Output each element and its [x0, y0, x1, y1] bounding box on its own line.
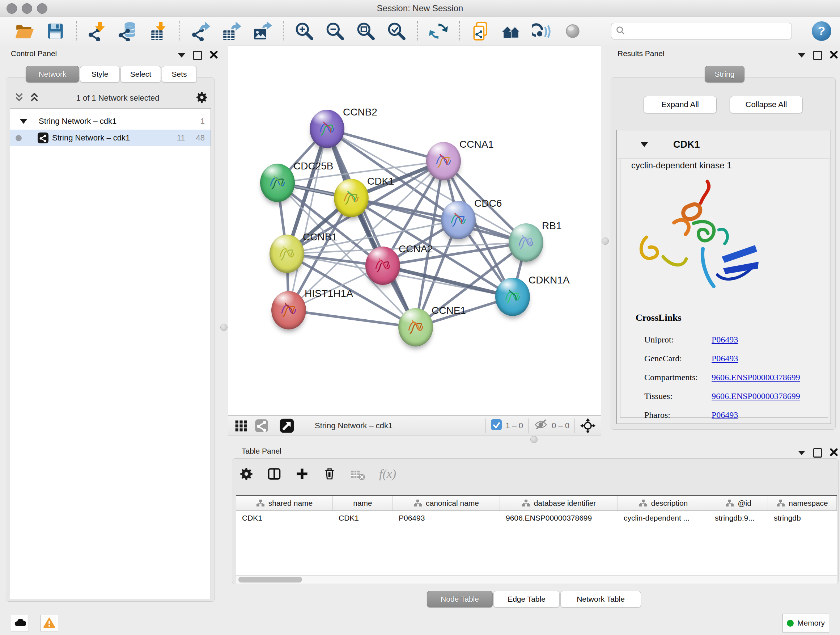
network-node-CDKN1A[interactable] — [495, 278, 530, 316]
expand-all-button[interactable]: Expand All — [644, 96, 717, 113]
table-cell[interactable]: CDK1 — [236, 511, 333, 525]
table-cell[interactable]: CDK1 — [333, 511, 393, 525]
scrollbar-thumb[interactable] — [238, 577, 302, 583]
tab-style[interactable]: Style — [80, 66, 120, 82]
warnings-button[interactable] — [40, 615, 58, 631]
hidden-elements-eye-icon[interactable] — [534, 418, 548, 433]
float-panel-icon[interactable] — [813, 51, 822, 60]
refresh-button[interactable] — [428, 21, 448, 41]
memory-button[interactable]: Memory — [783, 614, 829, 632]
tab-node-table[interactable]: Node Table — [427, 591, 493, 608]
export-table-button[interactable] — [221, 21, 242, 41]
crosslink-link[interactable]: 9606.ENSP00000378699 — [712, 372, 800, 382]
save-button[interactable] — [45, 21, 65, 41]
crosslink-link[interactable]: 9606.ENSP00000378699 — [712, 391, 800, 401]
float-panel-icon[interactable] — [813, 448, 822, 458]
show-columns-icon[interactable] — [267, 467, 281, 481]
table-cell[interactable]: 9606.ENSP00000378699 — [500, 511, 618, 525]
protein-card-header[interactable]: CDK1 — [617, 130, 831, 159]
crosslink-link[interactable]: P06493 — [712, 410, 738, 420]
network-node-CCNA1[interactable] — [426, 142, 461, 180]
zoom-in-button[interactable] — [294, 21, 314, 41]
network-node-RB1[interactable] — [508, 223, 543, 262]
collection-expand-caret-icon[interactable] — [20, 119, 27, 124]
clone-network-button[interactable] — [470, 21, 491, 41]
network-node-CDK1[interactable] — [334, 179, 369, 217]
close-panel-icon[interactable] — [830, 51, 838, 60]
grid-view-icon[interactable] — [234, 418, 248, 433]
add-column-icon[interactable] — [295, 467, 309, 481]
column-header-name[interactable]: name — [333, 496, 393, 510]
pan-crosshair-icon[interactable] — [580, 418, 596, 434]
network-row[interactable]: String Network – cdk1 11 48 — [10, 130, 210, 146]
protein-collapse-caret-icon[interactable] — [641, 142, 648, 147]
network-node-CDC25B[interactable] — [260, 164, 295, 202]
tab-network-table[interactable]: Network Table — [561, 591, 641, 608]
network-canvas[interactable]: CCNB2CCNA1CDC25BCDK1CDC6RB1CCNB1CCNA2CDK… — [228, 46, 601, 416]
network-badge-icon[interactable] — [254, 418, 269, 433]
table-cell[interactable]: stringdb — [768, 511, 837, 525]
expand-all-networks-icon[interactable] — [14, 92, 25, 105]
tab-string[interactable]: String — [705, 66, 745, 82]
export-image-button[interactable] — [252, 21, 272, 41]
help-icon[interactable]: ? — [812, 21, 831, 41]
right-splitter-grip[interactable] — [602, 238, 609, 245]
network-node-CCNB1[interactable] — [270, 234, 304, 273]
zoom-fit-button[interactable] — [355, 21, 376, 41]
zoom-out-button[interactable] — [325, 21, 345, 41]
edge-CCNB2-CCNA1[interactable] — [327, 129, 444, 161]
panel-menu-caret-icon[interactable] — [798, 53, 805, 57]
tab-sets[interactable]: Sets — [162, 66, 197, 82]
table-cell[interactable]: P06493 — [393, 511, 500, 525]
birdseye-view-icon[interactable] — [279, 418, 294, 433]
panel-menu-caret-icon[interactable] — [178, 53, 185, 57]
close-panel-icon[interactable] — [830, 448, 838, 458]
string-vision-button[interactable] — [532, 21, 552, 41]
import-network-button[interactable] — [87, 21, 107, 41]
import-table-button[interactable] — [149, 21, 169, 41]
edge-CCNB2-HIST1H1A[interactable] — [289, 129, 327, 310]
crosslink-link[interactable]: P06493 — [712, 354, 738, 363]
left-splitter-grip[interactable] — [220, 324, 227, 331]
cloud-button[interactable] — [11, 615, 29, 631]
network-node-HIST1H1A[interactable] — [271, 291, 306, 329]
network-node-CCNE1[interactable] — [398, 308, 433, 347]
table-horizontal-scrollbar[interactable] — [236, 575, 837, 584]
export-network-button[interactable] — [191, 21, 211, 41]
column-header-namespace[interactable]: namespace — [768, 496, 837, 510]
float-panel-icon[interactable] — [193, 51, 202, 60]
column-header-shared-name[interactable]: shared name — [236, 496, 333, 510]
column-header-@id[interactable]: @id — [709, 496, 768, 510]
collapse-all-button[interactable]: Collapse All — [729, 96, 803, 113]
network-node-CCNB2[interactable] — [309, 110, 344, 148]
column-header-database-identifier[interactable]: database identifier — [500, 496, 618, 510]
open-button[interactable] — [14, 21, 35, 41]
delete-column-trash-icon[interactable] — [323, 467, 336, 481]
zoom-selected-button[interactable] — [386, 21, 407, 41]
selected-nodes-checkbox-icon[interactable] — [491, 419, 502, 432]
tab-select[interactable]: Select — [120, 66, 161, 82]
tab-edge-table[interactable]: Edge Table — [493, 591, 560, 608]
panel-menu-caret-icon[interactable] — [798, 451, 805, 455]
string-home-button[interactable] — [501, 21, 521, 41]
table-options-gear-icon[interactable] — [240, 467, 253, 481]
search-input[interactable] — [628, 27, 787, 36]
network-node-CDC6[interactable] — [441, 201, 476, 239]
network-options-gear-icon[interactable] — [196, 91, 208, 105]
search-field[interactable] — [611, 23, 792, 40]
column-header-description[interactable]: description — [618, 496, 709, 510]
table-cell[interactable]: cyclin-dependent ... — [618, 511, 709, 525]
edge-HIST1H1A-CCNE1[interactable] — [289, 310, 416, 327]
table-cell[interactable]: stringdb:9... — [709, 511, 768, 525]
import-database-button[interactable] — [118, 21, 138, 41]
column-header-canonical-name[interactable]: canonical name — [393, 496, 500, 510]
crosslink-link[interactable]: P06493 — [712, 335, 738, 345]
collapse-all-networks-icon[interactable] — [29, 92, 40, 105]
string-sphere-button[interactable] — [562, 21, 583, 41]
bottom-splitter-grip[interactable] — [531, 436, 538, 443]
close-panel-icon[interactable] — [210, 51, 218, 60]
network-node-CCNA2[interactable] — [365, 247, 400, 285]
crosslink-label: Pharos: — [644, 410, 670, 420]
tab-network[interactable]: Network — [26, 66, 79, 82]
network-collection-row[interactable]: String Network – cdk1 1 — [10, 113, 210, 130]
